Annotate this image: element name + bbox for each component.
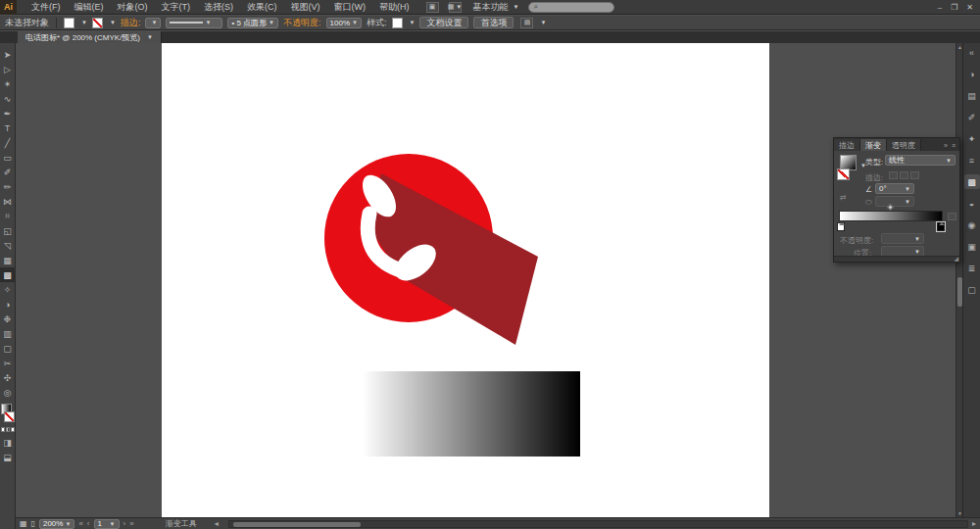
scroll-left-icon[interactable]: ◂ xyxy=(215,519,219,528)
color-panel-icon[interactable]: ◑ xyxy=(964,67,980,81)
document-setup-button[interactable]: 文档设置 xyxy=(419,17,468,28)
gradient-stop-end[interactable] xyxy=(937,222,945,231)
shape-builder-tool[interactable]: ◱ xyxy=(0,223,16,238)
page-tiling-icon[interactable]: ▦ xyxy=(20,519,27,528)
resize-grip-icon[interactable]: ◢ xyxy=(954,255,958,262)
magic-wand-tool[interactable]: ✶ xyxy=(0,76,16,91)
gradient-angle-field[interactable]: 0° ▼ xyxy=(875,183,914,194)
menu-item[interactable]: 窗口(W) xyxy=(327,0,373,15)
mesh-tool[interactable]: ▦ xyxy=(0,253,16,267)
arrange-documents-icon[interactable]: ▦▼ xyxy=(449,2,462,13)
menu-item[interactable]: 视图(V) xyxy=(284,0,327,15)
minimize-button[interactable]: – xyxy=(938,3,942,12)
workspace-switcher[interactable]: 基本功能 ▼ xyxy=(473,1,519,14)
type-tool[interactable]: T xyxy=(0,120,16,135)
align-options-icon[interactable]: ▤ xyxy=(520,18,533,28)
line-tool[interactable]: ╱ xyxy=(0,135,16,150)
search-box[interactable]: ⌕ xyxy=(528,2,614,13)
blend-tool[interactable]: ◑ xyxy=(0,297,16,312)
fill-color-swatch[interactable] xyxy=(64,18,74,28)
tab-stroke[interactable]: 描边 xyxy=(834,139,860,151)
bridge-icon[interactable]: ▣ xyxy=(426,2,439,13)
reverse-gradient-icon[interactable]: ⇄ xyxy=(840,193,847,202)
layers-panel-icon[interactable]: ≣ xyxy=(964,261,980,275)
style-swatch[interactable] xyxy=(392,18,403,28)
artboard[interactable] xyxy=(162,43,769,517)
next-artboard-icon[interactable]: › xyxy=(123,519,126,528)
gradient-across-stroke-icon[interactable] xyxy=(910,171,919,179)
scroll-right-icon[interactable]: ▸ xyxy=(972,519,976,528)
stroke-proxy-none[interactable] xyxy=(4,411,15,422)
paintbrush-tool[interactable]: ✐ xyxy=(0,165,16,179)
pencil-tool[interactable]: ✏ xyxy=(0,179,16,194)
preferences-button[interactable]: 首选项 xyxy=(473,17,514,28)
panel-menu-icon[interactable]: ≡ xyxy=(952,142,956,149)
artboard-nav-icon[interactable]: ▯ xyxy=(31,519,35,528)
graphic-styles-panel-icon[interactable]: ▣ xyxy=(964,239,980,254)
stroke-link[interactable]: 描边: xyxy=(121,17,141,29)
selection-tool[interactable]: ➤ xyxy=(0,47,16,62)
zoom-tool[interactable]: ◎ xyxy=(0,385,16,400)
fill-stroke-indicator[interactable] xyxy=(0,404,16,425)
hand-tool[interactable]: ✣ xyxy=(0,370,16,385)
last-artboard-icon[interactable]: » xyxy=(129,519,133,528)
menu-item[interactable]: 编辑(E) xyxy=(68,0,111,15)
delete-stop-icon[interactable] xyxy=(948,213,956,220)
menu-item[interactable]: 文字(T) xyxy=(155,0,198,15)
close-button[interactable]: ✕ xyxy=(966,3,973,12)
symbol-sprayer-tool[interactable]: ❉ xyxy=(0,312,16,326)
gradient-type-dropdown[interactable]: 线性 ▼ xyxy=(885,155,956,166)
horizontal-scroll-thumb[interactable] xyxy=(233,522,361,527)
rectangle-tool[interactable]: ▭ xyxy=(0,150,16,165)
brushes-panel-icon[interactable]: ✐ xyxy=(964,110,980,124)
column-graph-tool[interactable]: ▥ xyxy=(0,326,16,341)
gradient-tool[interactable]: ▩ xyxy=(0,267,16,282)
pen-tool[interactable]: ✒ xyxy=(0,106,16,120)
canvas-pasteboard[interactable] xyxy=(16,43,956,517)
menu-item[interactable]: 效果(C) xyxy=(240,0,284,15)
horizontal-scrollbar[interactable] xyxy=(228,520,968,528)
gradient-within-stroke-icon[interactable] xyxy=(889,171,898,179)
opacity-link[interactable]: 不透明度: xyxy=(283,17,321,29)
menu-item[interactable]: 对象(O) xyxy=(111,0,155,15)
symbols-panel-icon[interactable]: ✦ xyxy=(964,131,980,146)
restore-button[interactable]: ❐ xyxy=(951,3,957,12)
eyedropper-tool[interactable]: ✧ xyxy=(0,282,16,297)
opacity-combo[interactable]: 100%▼ xyxy=(326,18,362,28)
stroke-weight-combo[interactable]: ▼ xyxy=(145,18,161,28)
width-profile-combo[interactable]: ▼ xyxy=(166,18,222,28)
zoom-level-combo[interactable]: 200% ▼ xyxy=(39,519,74,529)
appearance-panel-icon[interactable]: ◉ xyxy=(964,217,980,232)
gradient-stop-start[interactable] xyxy=(837,222,845,231)
tab-gradient[interactable]: 渐变 xyxy=(860,139,887,151)
menu-item[interactable]: 文件(F) xyxy=(24,0,68,15)
document-tab[interactable]: 电话图标* @ 200% (CMYK/预览) ▼ xyxy=(18,31,162,43)
menu-item[interactable]: 选择(S) xyxy=(197,0,240,15)
free-transform-tool[interactable]: ⌗ xyxy=(0,209,16,223)
tab-transparency[interactable]: 透明度 xyxy=(887,139,921,151)
expand-panels-icon[interactable]: « xyxy=(964,45,980,60)
slice-tool[interactable]: ✂ xyxy=(0,356,16,370)
previous-artboard-icon[interactable]: ‹ xyxy=(87,519,90,528)
artboards-panel-icon[interactable]: ▢ xyxy=(964,282,980,297)
swatches-panel-icon[interactable]: ▤ xyxy=(964,88,980,103)
artboard-tool[interactable]: ▢ xyxy=(0,341,16,356)
gradient-along-stroke-icon[interactable] xyxy=(900,171,908,179)
gradient-panel-icon[interactable]: ▩ xyxy=(964,174,980,189)
lasso-tool[interactable]: ∿ xyxy=(0,91,16,106)
stroke-panel-icon[interactable]: ≡ xyxy=(964,153,980,168)
none-button[interactable] xyxy=(11,427,15,432)
gradient-stroke-proxy[interactable] xyxy=(837,168,850,180)
drawing-modes-button[interactable]: ◨ xyxy=(0,435,16,450)
brush-definition-combo[interactable]: • 5 点圆形▼ xyxy=(227,18,278,28)
first-artboard-icon[interactable]: « xyxy=(78,519,82,528)
perspective-grid-tool[interactable]: ◹ xyxy=(0,238,16,253)
gradient-slider-bar[interactable] xyxy=(839,211,943,221)
stroke-color-swatch[interactable] xyxy=(92,18,103,28)
width-tool[interactable]: ⋈ xyxy=(0,194,16,209)
vertical-scrollbar[interactable]: ▲ ▼ xyxy=(956,43,962,517)
screen-mode-button[interactable]: ⬓ xyxy=(0,450,16,464)
collapse-panel-icon[interactable]: » xyxy=(944,142,948,149)
color-button[interactable] xyxy=(1,427,5,432)
gradient-button[interactable] xyxy=(6,427,10,432)
